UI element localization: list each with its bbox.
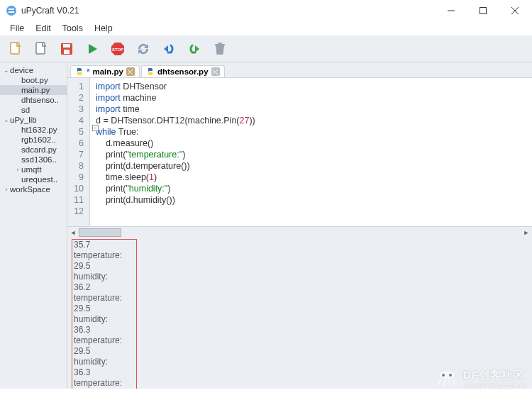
toolbar: STOP [0, 35, 532, 62]
save-button[interactable] [55, 38, 78, 60]
tab-filename: main.py [92, 67, 123, 76]
svg-rect-10 [63, 44, 70, 48]
stop-button[interactable]: STOP [106, 38, 129, 60]
fold-marker[interactable]: − [92, 125, 99, 131]
new-file-button[interactable] [4, 38, 27, 60]
tree-item[interactable]: rgb1602.. [0, 135, 67, 145]
editor-tab[interactable]: dhtsensor.py [141, 65, 225, 77]
tab-filename: dhtsensor.py [157, 67, 209, 76]
svg-rect-17 [215, 44, 225, 46]
tree-item[interactable]: urequest.. [0, 174, 67, 184]
code-editor[interactable]: 123456789101112 import DHTsensorimport m… [67, 78, 532, 226]
titlebar: uPyCraft V0.21 [0, 0, 532, 21]
svg-point-24 [442, 374, 445, 377]
window-title: uPyCraft V0.21 [21, 6, 435, 16]
minimize-button[interactable] [435, 1, 467, 21]
watermark-url: www.DFRobot.com.cn [463, 382, 526, 389]
app-icon [6, 5, 17, 16]
tab-close-icon[interactable] [126, 67, 135, 76]
maximize-button[interactable] [467, 1, 499, 21]
editor-tabs: *main.pydhtsensor.py [67, 62, 532, 78]
tree-item[interactable]: sd [0, 105, 67, 115]
tree-item[interactable]: ›workSpace [0, 184, 67, 194]
svg-rect-7 [11, 43, 19, 54]
svg-rect-4 [480, 8, 486, 14]
python-icon [146, 67, 155, 76]
editor-tab[interactable]: *main.py [70, 65, 140, 77]
file-tree[interactable]: ⌄deviceboot.pymain.pydhtsenso..sd⌄uPy_li… [0, 62, 67, 389]
svg-rect-18 [218, 43, 222, 44]
sync-button[interactable] [132, 38, 155, 60]
tree-item[interactable]: dhtsenso.. [0, 95, 67, 105]
tree-item[interactable]: main.py [0, 85, 67, 95]
svg-marker-16 [195, 45, 199, 52]
tree-item[interactable]: ssd1306.. [0, 155, 67, 165]
watermark: DF创客社区 www.DFRobot.com.cn [436, 368, 526, 389]
svg-point-0 [6, 6, 16, 16]
output-panel[interactable]: 35.7temperature:29.5humidity:36.2tempera… [67, 238, 532, 389]
scroll-left-icon[interactable]: ◄ [67, 228, 79, 238]
source[interactable]: import DHTsensorimport machineimport tim… [90, 78, 532, 226]
tree-item[interactable]: sdcard.py [0, 145, 67, 155]
menu-tools[interactable]: Tools [57, 22, 89, 35]
horizontal-scrollbar[interactable]: ◄ ► [67, 226, 532, 238]
tree-item[interactable]: ⌄device [0, 65, 67, 75]
output-highlight: 35.7temperature:29.5humidity:36.2tempera… [72, 239, 137, 389]
svg-marker-15 [164, 45, 168, 52]
run-button[interactable] [81, 38, 104, 60]
svg-point-25 [449, 374, 452, 377]
gutter: 123456789101112 [67, 78, 90, 226]
dirty-marker: * [87, 67, 89, 76]
tree-item[interactable]: boot.py [0, 75, 67, 85]
open-file-button[interactable] [30, 38, 52, 60]
svg-rect-2 [9, 11, 14, 13]
delete-button[interactable] [209, 38, 231, 60]
close-button[interactable] [499, 1, 531, 21]
svg-text:STOP: STOP [112, 48, 123, 52]
svg-marker-12 [89, 44, 97, 54]
tree-item[interactable]: ⌄uPy_lib [0, 115, 67, 125]
scroll-right-icon[interactable]: ► [521, 228, 532, 238]
svg-rect-1 [9, 9, 14, 10]
redo-button[interactable] [183, 38, 206, 60]
svg-point-23 [439, 371, 455, 379]
menu-file[interactable]: File [4, 22, 30, 35]
svg-rect-8 [36, 43, 45, 54]
tab-close-icon[interactable] [211, 67, 220, 76]
python-icon [75, 67, 84, 76]
menubar: File Edit Tools Help [0, 21, 532, 35]
tree-item[interactable]: ht1632.py [0, 125, 67, 135]
watermark-brand: DF创客社区 [463, 369, 524, 382]
menu-edit[interactable]: Edit [30, 22, 57, 35]
scroll-thumb[interactable] [79, 228, 121, 237]
tree-item[interactable]: ›umqtt [0, 165, 67, 174]
svg-rect-11 [64, 50, 70, 54]
undo-button[interactable] [157, 38, 180, 60]
menu-help[interactable]: Help [89, 22, 118, 35]
df-logo-icon [436, 368, 458, 389]
